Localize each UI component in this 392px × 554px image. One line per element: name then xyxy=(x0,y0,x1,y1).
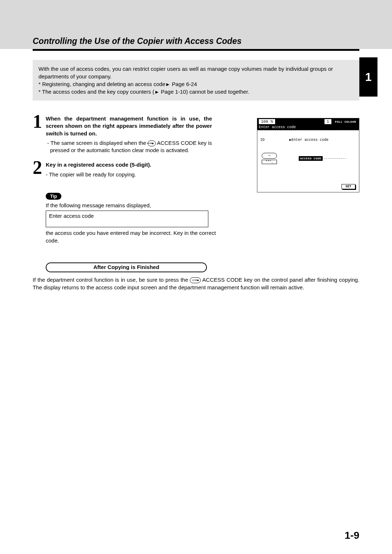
step2-heading: Key in a registered access code (5-digit… xyxy=(46,161,212,168)
lcd-body: ID ▶Enter access code ⟶ ***_ ACCESS CODE… xyxy=(257,130,359,192)
access-key-icon: ⟶● xyxy=(148,140,156,146)
access-key-icon: ⟶● xyxy=(190,277,201,283)
lcd-top-bar: 100 % 1 FULL COLOUR xyxy=(257,118,359,125)
intro-bullet-2: * The access codes and the key copy coun… xyxy=(38,88,354,95)
intro-paragraph: With the use of access codes, you can re… xyxy=(38,65,354,80)
lcd-access-code-button[interactable]: ACCESS CODE xyxy=(299,156,323,161)
intro-b2-pre: * The access codes and the key copy coun… xyxy=(38,89,154,95)
lcd-prompt: ▶Enter access code xyxy=(289,138,328,142)
after-heading: After Copying is Finished xyxy=(93,264,159,270)
step1-heading: When the department management function … xyxy=(46,115,212,137)
tip-line1: If the following message remains display… xyxy=(46,202,359,209)
page-ref-arrow-icon xyxy=(154,89,159,95)
intro-b2-ref: Page 1-10 xyxy=(159,89,186,95)
lcd-message-line: Enter access code xyxy=(257,125,359,130)
after-text-pre: If the department control function is in… xyxy=(33,277,190,283)
copier-lcd-panel: 100 % 1 FULL COLOUR Enter access code ID… xyxy=(257,118,359,192)
intro-b1-pre: * Registering, changing and deleting an … xyxy=(38,81,165,87)
tip-block: If the following message remains display… xyxy=(46,202,359,244)
intro-bullet-1: * Registering, changing and deleting an … xyxy=(38,80,354,88)
after-heading-capsule: After Copying is Finished xyxy=(46,262,207,272)
intro-b2-post: ) cannot be used together. xyxy=(186,89,249,95)
lcd-stars: ***_ xyxy=(262,160,277,164)
step1-sub-pre: - The same screen is displayed when the xyxy=(47,140,148,146)
lcd-key-icon: ⟶ xyxy=(262,153,277,159)
page-number: 1-9 xyxy=(345,530,359,541)
after-text: If the department control function is in… xyxy=(33,276,359,291)
tip-line2: the access code you have entered may be … xyxy=(46,229,227,244)
step1-sub: - The same screen is displayed when the … xyxy=(46,139,212,154)
page-ref-arrow-icon xyxy=(165,81,170,87)
tip-message-box: Enter access code xyxy=(46,211,208,227)
step-number-2: 2 xyxy=(33,158,42,177)
step-number-1: 1 xyxy=(33,112,42,131)
step2-sub: - The copier will be ready for copying. xyxy=(46,171,212,178)
lcd-colour-mode: FULL COLOUR xyxy=(334,120,358,123)
lcd-id-label: ID xyxy=(260,138,278,142)
intro-block: With the use of access codes, you can re… xyxy=(33,60,359,101)
lcd-zoom: 100 % xyxy=(259,119,275,124)
lcd-input-underline xyxy=(324,158,346,159)
page-title: Controlling the Use of the Copier with A… xyxy=(33,36,359,46)
lcd-copy-count: 1 xyxy=(324,119,331,124)
intro-b1-ref: Page 6-24 xyxy=(170,81,197,87)
tip-badge: Tip xyxy=(46,193,61,200)
title-rule xyxy=(33,49,359,51)
lcd-set-button[interactable]: SET xyxy=(342,184,355,189)
